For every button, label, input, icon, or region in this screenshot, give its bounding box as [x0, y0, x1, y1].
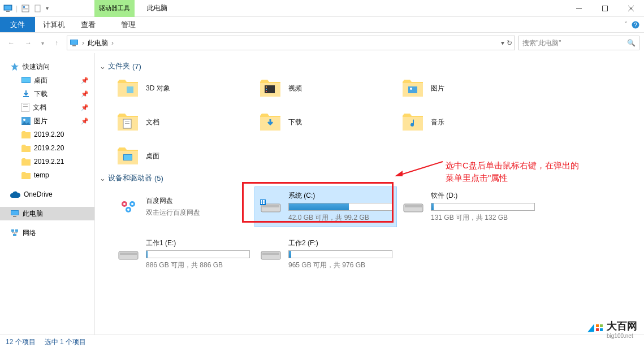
nav-folder[interactable]: temp	[0, 168, 94, 182]
nav-documents[interactable]: 文档📌	[0, 101, 94, 114]
expand-ribbon-icon[interactable]: ˇ	[625, 21, 627, 29]
group-folders[interactable]: ⌄ 文件夹 (7)	[95, 58, 644, 75]
drive-e[interactable]: 工作1 (E:)886 GB 可用，共 886 GB	[112, 234, 254, 275]
folder-3d-objects[interactable]: 3D 对象	[112, 75, 254, 102]
svg-rect-19	[22, 77, 30, 83]
svg-point-46	[123, 203, 126, 205]
nav-quick-access[interactable]: 快速访问	[0, 60, 94, 73]
drive-c[interactable]: 系统 (C:)42.0 GB 可用，共 99.2 GB	[254, 186, 397, 227]
breadcrumb-thispc[interactable]: 此电脑	[88, 38, 108, 48]
nav-onedrive[interactable]: OneDrive	[0, 188, 94, 201]
folders-grid: 3D 对象 视频 图片 文档 下载 音乐 桌面	[95, 75, 644, 170]
svg-rect-34	[266, 89, 267, 90]
folder-documents[interactable]: 文档	[112, 108, 254, 136]
view-tab[interactable]: 查看	[73, 17, 103, 32]
qat-dropdown-icon[interactable]: ▾	[46, 5, 49, 11]
pin-icon: 📌	[81, 77, 89, 84]
drive-progress	[288, 203, 392, 211]
pin-icon: 📌	[81, 90, 89, 98]
svg-rect-35	[266, 91, 267, 92]
svg-rect-39	[125, 121, 129, 122]
drive-sub: 886 GB 可用，共 886 GB	[146, 261, 250, 270]
status-selected: 选中 1 个项目	[45, 337, 86, 347]
svg-rect-22	[23, 106, 28, 107]
svg-point-24	[23, 119, 25, 121]
folder-pictures[interactable]: 图片	[397, 75, 539, 102]
nav-thispc[interactable]: 此电脑	[0, 207, 94, 220]
file-tab[interactable]: 文件	[0, 17, 35, 32]
search-placeholder: 搜索"此电脑"	[522, 38, 561, 48]
drive-name: 百度网盘	[146, 196, 250, 206]
nav-label: 网络	[23, 228, 36, 238]
address-bar[interactable]: › 此电脑 › ▾ ↻	[67, 36, 515, 50]
forward-button[interactable]: →	[21, 36, 35, 50]
ribbon-tabs: 文件 计算机 查看 管理 ˇ ?	[0, 17, 644, 33]
svg-rect-61	[262, 253, 279, 255]
folder-music[interactable]: 音乐	[397, 108, 539, 136]
svg-rect-9	[603, 6, 608, 11]
svg-rect-20	[21, 103, 29, 112]
pin-icon: 📌	[81, 118, 89, 125]
recent-dropdown-icon[interactable]: ▾	[38, 36, 46, 50]
svg-rect-40	[125, 123, 129, 124]
document-icon	[21, 103, 29, 112]
svg-rect-27	[13, 216, 16, 217]
download-icon	[21, 89, 31, 98]
svg-rect-2	[6, 11, 10, 12]
back-button[interactable]: ←	[5, 36, 18, 50]
search-input[interactable]: 搜索"此电脑" 🔍	[518, 36, 639, 50]
drive-sub: 双击运行百度网盘	[146, 208, 250, 218]
nav-network[interactable]: 网络	[0, 226, 94, 240]
nav-pictures[interactable]: 图片📌	[0, 114, 94, 128]
drive-f[interactable]: 工作2 (F:)965 GB 可用，共 976 GB	[254, 234, 397, 275]
drive-baidu[interactable]: 百度网盘双击运行百度网盘	[112, 186, 254, 227]
chevron-right-icon[interactable]: ›	[81, 39, 85, 47]
item-label: 文档	[146, 118, 159, 127]
search-icon[interactable]: 🔍	[627, 39, 636, 47]
svg-rect-54	[261, 202, 262, 204]
svg-rect-59	[120, 253, 137, 255]
manage-tab[interactable]: 管理	[113, 17, 144, 32]
pc-icon	[3, 5, 12, 12]
refresh-icon[interactable]: ↻	[507, 39, 512, 47]
drive-d[interactable]: 软件 (D:)131 GB 可用，共 132 GB	[397, 186, 539, 227]
window-controls	[566, 0, 644, 16]
star-icon	[10, 62, 19, 71]
maximize-button[interactable]	[592, 0, 618, 16]
computer-tab[interactable]: 计算机	[35, 17, 73, 32]
svg-rect-6	[23, 10, 28, 10]
help-icon[interactable]: ?	[632, 21, 639, 29]
folder-videos[interactable]: 视频	[254, 75, 397, 102]
properties-icon[interactable]	[21, 4, 30, 13]
drive-progress	[146, 250, 250, 258]
svg-rect-31	[127, 86, 133, 93]
nav-folder[interactable]: 2019.2.20	[0, 141, 94, 155]
close-button[interactable]	[618, 0, 644, 16]
address-bar-row: ← → ▾ ↑ › 此电脑 › ▾ ↻ 搜索"此电脑" 🔍	[0, 33, 644, 53]
drive-tools-tab[interactable]: 驱动器工具	[94, 0, 135, 17]
qat-doc-icon[interactable]	[33, 4, 42, 13]
chevron-right-icon[interactable]: ›	[110, 39, 115, 47]
minimize-button[interactable]	[566, 0, 592, 16]
nav-label: temp	[34, 171, 49, 179]
nav-downloads[interactable]: 下载📌	[0, 87, 94, 101]
nav-folder[interactable]: 2019.2.20	[0, 128, 94, 141]
drive-sub: 42.0 GB 可用，共 99.2 GB	[288, 213, 392, 223]
nav-folder[interactable]: 2019.2.21	[0, 155, 94, 168]
drive-progress	[288, 250, 392, 258]
annot-line: 选中C盘后单击鼠标右键，在弹出的	[446, 159, 579, 172]
folder-desktop[interactable]: 桌面	[112, 142, 254, 170]
item-label: 桌面	[146, 151, 159, 161]
item-label: 下载	[288, 118, 302, 127]
folder-downloads[interactable]: 下载	[254, 108, 397, 136]
svg-rect-4	[23, 6, 25, 8]
folder-icon	[21, 131, 31, 138]
address-dropdown-icon[interactable]: ▾	[501, 39, 504, 47]
nav-desktop[interactable]: 桌面📌	[0, 73, 94, 87]
svg-rect-21	[23, 105, 28, 105]
folder-icon	[259, 79, 282, 98]
up-button[interactable]: ↑	[50, 36, 63, 50]
nav-label: 2019.2.20	[34, 144, 64, 152]
svg-rect-50	[262, 205, 279, 207]
folder-icon	[401, 79, 424, 98]
